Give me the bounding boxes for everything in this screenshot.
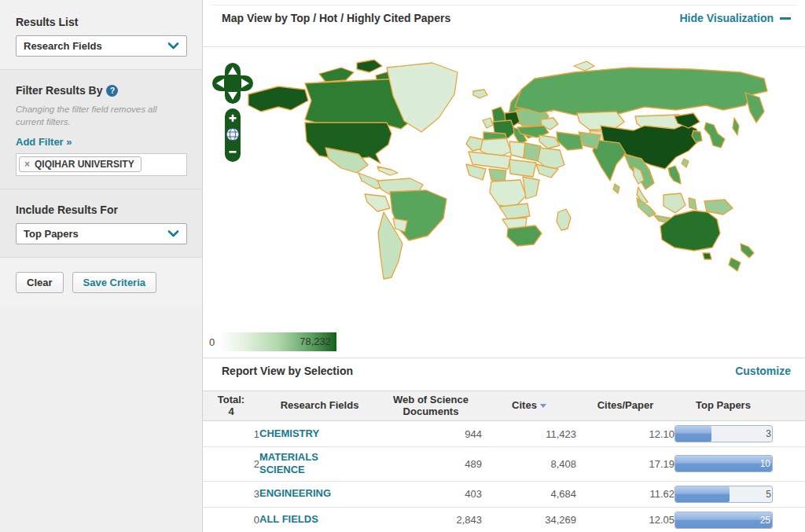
include-results-value: Top Papers [24,228,79,240]
remove-filter-icon[interactable]: × [24,159,30,170]
row-cites: 8,408 [482,447,576,482]
field-link[interactable]: ENGINEERING [259,487,331,500]
row-documents: 403 [380,481,482,507]
top-papers-bar: 3 [675,425,773,442]
table-row: 3 ENGINEERING 403 4,684 11.62 5 [203,481,805,507]
row-cites: 11,423 [482,421,576,447]
table-row: 1 CHEMISTRY 944 11,423 12.10 3 [203,421,805,447]
field-link[interactable]: MATERIALS SCIENCE [259,451,343,477]
field-link[interactable]: ALL FIELDS [259,513,318,526]
report-table: Total: 4 Research Fields Web of Science … [203,391,805,532]
help-icon[interactable]: ? [106,85,118,97]
top-papers-bar: 5 [675,486,773,503]
map-countries [248,60,767,279]
clear-button[interactable]: Clear [16,272,64,293]
row-rank: 0 [203,507,259,532]
row-cites: 4,684 [482,481,576,507]
criteria-buttons: Clear Save Criteria [0,258,202,306]
country-russia [515,68,767,116]
sort-desc-icon [540,404,546,408]
filter-by-label: Filter Results By? [16,84,186,97]
top-papers-bar: 10 [675,455,773,472]
row-cites: 34,269 [482,507,576,532]
world-map-choropleth[interactable] [203,46,805,360]
row-documents: 2,843 [380,507,482,532]
row-documents: 944 [380,421,482,447]
zoom-in-icon [232,115,234,122]
main-panel: Map View by Top / Hot / Highly Cited Pap… [203,0,805,532]
row-cites-per-paper: 17.19 [576,447,675,482]
top-papers-value: 10 [760,458,770,469]
map-view-title: Map View by Top / Hot / Highly Cited Pap… [222,12,450,24]
col-total: Total: 4 [203,391,259,421]
filter-tag[interactable]: × QIQIHAR UNIVERSITY [19,156,142,172]
sidebar: Results List Research Fields Filter Resu… [0,0,203,532]
map-zoom-control[interactable] [225,108,241,162]
top-papers-value: 25 [760,515,770,526]
esi-page: Results List Research Fields Filter Resu… [0,0,805,532]
results-list-section: Results List Research Fields [0,0,202,70]
save-criteria-button[interactable]: Save Criteria [72,272,157,293]
country-australia [660,211,720,251]
map-header: Map View by Top / Hot / Highly Cited Pap… [222,12,791,24]
legend-gradient-bar: 78,232 [219,332,336,351]
top-divider [211,5,797,6]
table-header-row: Total: 4 Research Fields Web of Science … [203,391,805,421]
row-rank: 1 [203,421,259,447]
row-rank: 3 [203,481,259,507]
row-rank: 2 [203,447,259,482]
results-list-label: Results List [16,16,186,28]
row-cites-per-paper: 12.10 [576,421,675,447]
row-cites-per-paper: 12.05 [576,507,675,532]
collapse-icon [780,17,791,20]
report-view-title: Report View by Selection [222,365,353,377]
col-research-fields[interactable]: Research Fields [259,391,380,421]
filter-note: Changing the filter field removes all cu… [16,104,186,128]
top-papers-value: 5 [766,489,771,500]
chevron-down-icon [167,230,179,237]
report-header: Report View by Selection Customize [222,365,791,377]
filter-section: Filter Results By? Changing the filter f… [0,70,202,189]
table-row: 2 MATERIALS SCIENCE 489 8,408 17.19 10 [203,447,805,482]
col-documents[interactable]: Web of Science Documents [380,391,482,421]
hide-visualization-link[interactable]: Hide Visualization [679,12,791,24]
filter-tags-box[interactable]: × QIQIHAR UNIVERSITY [16,153,187,176]
customize-link[interactable]: Customize [735,365,791,377]
include-results-section: Include Results For Top Papers [0,189,202,258]
include-results-label: Include Results For [16,204,186,216]
add-filter-link[interactable]: Add Filter » [16,136,72,148]
col-cites-per-paper[interactable]: Cites/Paper [576,391,675,421]
zoom-out-icon [230,151,237,153]
row-documents: 489 [380,447,482,482]
top-papers-value: 3 [766,428,771,439]
include-results-dropdown[interactable]: Top Papers [16,223,187,244]
map-legend: 0 78,232 [209,332,336,351]
country-japan [704,123,725,148]
chevron-down-icon [167,42,179,50]
col-top-papers[interactable]: Top Papers [675,391,805,421]
country-new-zealand [741,244,754,258]
legend-min-value: 0 [209,336,219,348]
top-papers-bar: 25 [675,512,773,529]
row-cites-per-paper: 11.62 [576,481,675,507]
total-count: 4 [203,406,259,418]
field-link[interactable]: CHEMISTRY [259,427,319,440]
filter-tag-label: QIQIHAR UNIVERSITY [35,159,134,170]
legend-max-value: 78,232 [300,336,331,347]
country-alaska [248,86,308,112]
country-south-africa [507,226,542,246]
country-brazil [390,190,447,240]
results-list-dropdown[interactable]: Research Fields [16,35,187,57]
table-row: 0 ALL FIELDS 2,843 34,269 12.05 25 [203,507,805,532]
globe-icon [226,128,239,141]
results-list-value: Research Fields [24,40,102,52]
col-cites-sorted[interactable]: Cites [482,391,576,421]
report-divider [203,358,805,358]
map-pan-control[interactable] [212,63,253,104]
